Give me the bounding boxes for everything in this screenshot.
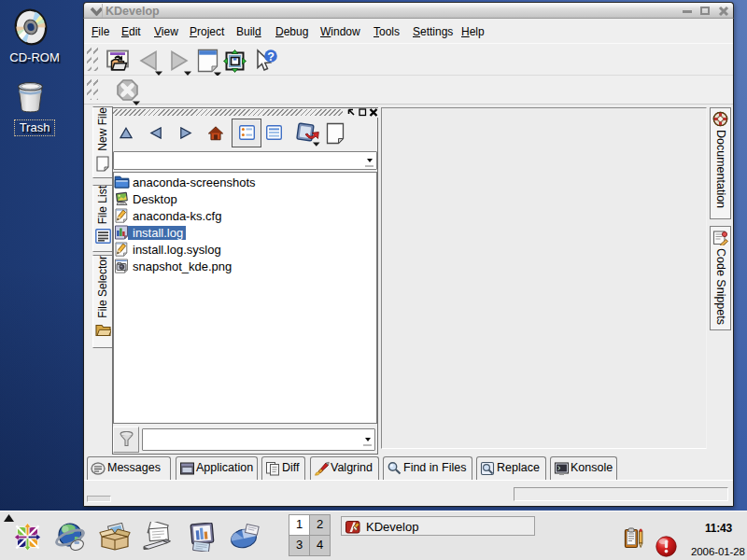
svg-text:?: ? [267, 50, 275, 63]
